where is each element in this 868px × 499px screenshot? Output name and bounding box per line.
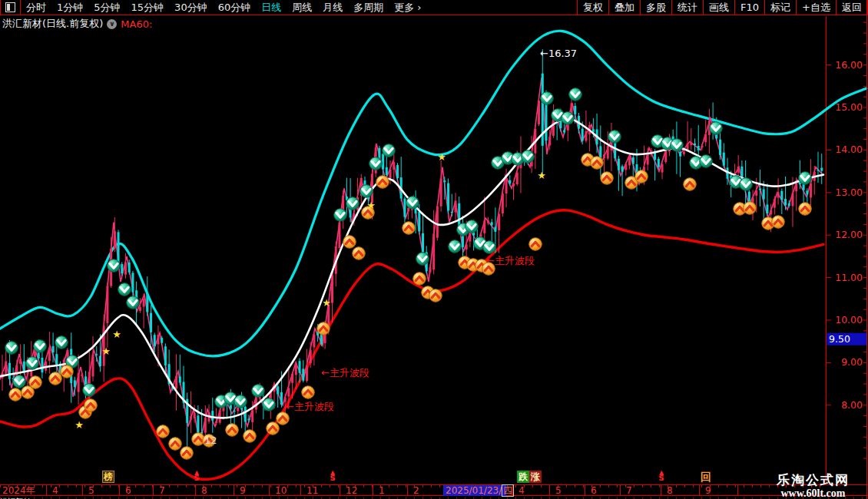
star-icon: ★ — [112, 329, 121, 340]
buy-signal-icon — [29, 376, 42, 389]
month-label-6: 6 — [591, 485, 597, 496]
buy-signal-icon — [267, 422, 280, 435]
chart-annotation: ←16.37 — [540, 48, 577, 59]
star-icon: ★ — [437, 151, 446, 163]
sell-signal-icon — [483, 241, 496, 254]
sell-signal-icon — [416, 253, 429, 266]
month-divider — [661, 485, 661, 496]
price-label-16.00: 16.00 — [835, 59, 863, 71]
tab-更多 ›[interactable]: 更多 › — [394, 1, 421, 15]
price-label-11.00: 11.00 — [835, 272, 863, 283]
chart-title-row: 洪汇新材(日线.前复权) ∨ MA60: — [2, 17, 152, 31]
star-icon: ★ — [75, 419, 84, 431]
sell-signal-icon — [118, 283, 131, 296]
button-叠加[interactable]: 叠加 — [608, 0, 640, 15]
sell-signal-icon — [5, 342, 18, 355]
marker-s-up: ▲s — [658, 471, 664, 481]
sell-signal-icon — [449, 240, 462, 253]
sell-signal-icon — [710, 122, 723, 135]
sell-signal-icon — [346, 197, 359, 210]
month-label-11: 11 — [306, 485, 318, 496]
price-label-13.00: 13.00 — [835, 187, 863, 198]
month-label-4: 4 — [52, 485, 58, 496]
button-返回[interactable]: 返回 — [836, 0, 868, 15]
toolbar-left-border — [0, 0, 1, 15]
watermark-site-name: 乐淘公式网 — [777, 473, 850, 487]
marker-回: 回 — [701, 471, 711, 483]
sell-signal-icon — [562, 112, 575, 125]
sell-signal-icon — [671, 139, 684, 152]
chart-annotation: ←主升波段 — [321, 367, 369, 378]
buy-signal-icon — [84, 399, 98, 412]
sell-signal-icon — [34, 340, 47, 353]
panel-layout-icon[interactable] — [5, 2, 15, 12]
selected-date-tag: 2025/01/23/四 — [443, 485, 506, 496]
month-divider — [373, 485, 373, 496]
chart-annotation: ←主升波段 — [286, 401, 334, 412]
buy-signal-icon — [317, 322, 330, 335]
tab-1分钟[interactable]: 1分钟 — [57, 1, 83, 15]
chevron-down-icon[interactable]: ∨ — [107, 19, 117, 29]
month-divider — [119, 485, 120, 496]
tab-分时[interactable]: 分时 — [26, 1, 46, 15]
buy-signal-icon — [277, 412, 290, 425]
sell-signal-icon — [26, 357, 39, 370]
tab-60分钟[interactable]: 60分钟 — [218, 1, 251, 15]
buy-signal-icon — [744, 202, 757, 215]
sell-signal-icon — [799, 172, 812, 185]
tab-日线[interactable]: 日线 — [261, 1, 281, 15]
buy-signal-icon — [169, 438, 182, 451]
button-标记[interactable]: 标记 — [764, 0, 796, 15]
buy-signal-icon — [302, 386, 315, 399]
buy-signal-icon — [353, 247, 366, 260]
sell-signal-icon — [360, 185, 373, 198]
month-divider — [585, 485, 585, 496]
buy-signal-icon — [49, 372, 62, 385]
sell-signal-icon — [369, 157, 383, 170]
date-axis[interactable]: 2024年456789101112124567892025/01/23/四 — [0, 484, 868, 496]
sell-signal-icon — [608, 131, 621, 144]
tab-30分钟[interactable]: 30分钟 — [174, 1, 207, 15]
sell-signal-icon — [383, 144, 396, 157]
buy-signal-icon — [343, 236, 356, 249]
button-多股[interactable]: 多股 — [640, 0, 671, 15]
star-icon: ★ — [101, 345, 111, 357]
month-divider — [549, 485, 550, 496]
price-label-12.00: 12.00 — [835, 229, 863, 240]
buy-signal-icon — [635, 170, 648, 183]
button-画线[interactable]: 画线 — [703, 0, 734, 15]
sell-signal-icon — [127, 296, 140, 309]
buy-signal-icon — [772, 216, 785, 229]
tab-15分钟[interactable]: 15分钟 — [131, 1, 164, 15]
tab-5分钟[interactable]: 5分钟 — [94, 1, 120, 15]
sell-signal-icon — [406, 197, 419, 210]
buy-signal-icon — [61, 365, 74, 378]
buy-signal-icon — [244, 430, 257, 443]
sell-signal-icon — [263, 398, 276, 411]
buy-signal-icon — [429, 289, 442, 302]
star-icon: ★ — [366, 200, 376, 211]
button-+自选[interactable]: +自选 — [796, 0, 836, 15]
tab-多周期[interactable]: 多周期 — [353, 1, 383, 15]
month-divider — [46, 485, 47, 496]
marker-s-up: ▲s — [194, 471, 199, 481]
tab-月线[interactable]: 月线 — [323, 1, 343, 15]
sell-signal-icon — [740, 178, 753, 191]
star-icon: ★ — [537, 170, 546, 181]
button-统计[interactable]: 统计 — [671, 0, 703, 15]
sell-signal-icon — [541, 92, 554, 105]
button-复权[interactable]: 复权 — [577, 0, 608, 15]
sell-signal-icon — [83, 384, 96, 397]
buy-signal-icon — [529, 238, 542, 251]
sell-signal-icon — [334, 209, 347, 222]
symbol-title: 洪汇新材(日线.前复权) — [2, 17, 103, 31]
svg-text:9.50: 9.50 — [829, 333, 850, 345]
price-chart-svg[interactable]: 16.0015.0014.0013.0012.0011.0010.009.008… — [0, 16, 868, 484]
chart-area[interactable]: 16.0015.0014.0013.0012.0011.0010.009.008… — [0, 16, 868, 484]
year-label: 2024年 — [2, 485, 35, 496]
toolbar-divider — [20, 0, 21, 15]
button-F10[interactable]: F10 — [734, 0, 764, 15]
tab-周线[interactable]: 周线 — [292, 1, 312, 15]
sell-signal-icon — [700, 155, 713, 168]
marker-榜: 榜 — [102, 471, 114, 483]
